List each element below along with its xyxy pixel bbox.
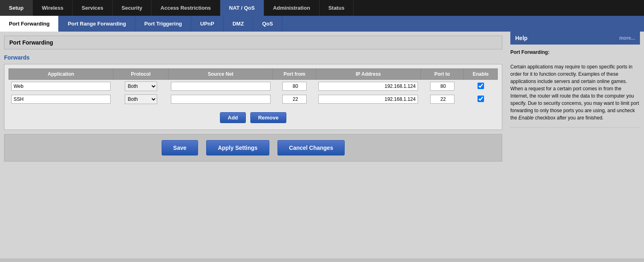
apply-settings-button[interactable]: Apply Settings bbox=[206, 140, 269, 155]
sub-nav-item-qos[interactable]: QoS bbox=[253, 16, 282, 32]
sub-navigation: Port ForwardingPort Range ForwardingPort… bbox=[0, 16, 644, 32]
sub-nav-item-port-forwarding[interactable]: Port Forwarding bbox=[0, 16, 59, 32]
source-net-input-0[interactable] bbox=[171, 82, 271, 91]
help-panel: Help more... Port Forwarding: Certain ap… bbox=[506, 32, 644, 258]
action-bar: Save Apply Settings Cancel Changes bbox=[4, 134, 502, 162]
enable-checkbox-1[interactable] bbox=[478, 96, 484, 102]
col-source-net: Source Net bbox=[168, 69, 273, 80]
col-application: Application bbox=[9, 69, 113, 80]
col-port-to: Port to bbox=[420, 69, 464, 80]
protocol-select-1[interactable]: BothTCPUDP bbox=[125, 94, 157, 104]
port-from-input-1[interactable] bbox=[282, 95, 307, 104]
section-header: Port Forwarding bbox=[4, 36, 502, 49]
add-button[interactable]: Add bbox=[220, 112, 245, 123]
help-section-title: Port Forwarding: bbox=[510, 49, 550, 55]
port-from-input-0[interactable] bbox=[282, 82, 307, 91]
top-nav-item-setup[interactable]: Setup bbox=[0, 0, 33, 16]
help-header: Help more... bbox=[510, 32, 640, 45]
top-nav-item-security[interactable]: Security bbox=[113, 0, 151, 16]
top-nav-item-access-restrictions[interactable]: Access Restrictions bbox=[151, 0, 220, 16]
top-nav-item-administration[interactable]: Administration bbox=[264, 0, 320, 16]
sub-nav-item-port-triggering[interactable]: Port Triggering bbox=[135, 16, 191, 32]
help-more-link[interactable]: more... bbox=[619, 35, 635, 41]
top-nav-item-wireless[interactable]: Wireless bbox=[33, 0, 73, 16]
add-remove-row: Add Remove bbox=[9, 110, 498, 126]
forwards-label: Forwards bbox=[4, 54, 502, 61]
port-to-input-0[interactable] bbox=[430, 82, 454, 91]
forwards-table: Application Protocol Source Net Port fro… bbox=[9, 68, 498, 106]
save-button[interactable]: Save bbox=[162, 140, 198, 155]
col-enable: Enable bbox=[464, 69, 498, 80]
port-to-input-1[interactable] bbox=[430, 95, 454, 104]
ip-address-input-0[interactable] bbox=[318, 82, 418, 91]
enable-checkbox-0[interactable] bbox=[478, 83, 484, 89]
sub-nav-item-dmz[interactable]: DMZ bbox=[224, 16, 253, 32]
help-divider bbox=[510, 127, 640, 128]
source-net-input-1[interactable] bbox=[171, 95, 271, 104]
table-row: BothTCPUDP bbox=[9, 93, 498, 106]
top-nav-item-services[interactable]: Services bbox=[73, 0, 113, 16]
top-navigation: SetupWirelessServicesSecurityAccess Rest… bbox=[0, 0, 644, 16]
help-content: Port Forwarding: Certain applications ma… bbox=[510, 49, 640, 121]
table-row: BothTCPUDP bbox=[9, 80, 498, 93]
help-title: Help bbox=[515, 35, 527, 41]
sub-nav-item-port-range-forwarding[interactable]: Port Range Forwarding bbox=[59, 16, 135, 32]
top-nav-item-nat---qos[interactable]: NAT / QoS bbox=[220, 0, 264, 16]
help-text: Certain applications may require to open… bbox=[510, 63, 640, 121]
application-input-1[interactable] bbox=[11, 95, 111, 104]
col-port-from: Port from bbox=[273, 69, 316, 80]
remove-button[interactable]: Remove bbox=[250, 112, 286, 123]
cancel-changes-button[interactable]: Cancel Changes bbox=[277, 140, 345, 155]
protocol-select-0[interactable]: BothTCPUDP bbox=[125, 81, 157, 91]
section-title: Port Forwarding bbox=[9, 39, 53, 46]
col-ip-address: IP Address bbox=[316, 69, 420, 80]
forwards-container: Application Protocol Source Net Port fro… bbox=[4, 64, 502, 130]
sub-nav-item-upnp[interactable]: UPnP bbox=[191, 16, 224, 32]
col-protocol: Protocol bbox=[113, 69, 168, 80]
application-input-0[interactable] bbox=[11, 82, 111, 91]
ip-address-input-1[interactable] bbox=[318, 95, 418, 104]
top-nav-item-status[interactable]: Status bbox=[320, 0, 354, 16]
